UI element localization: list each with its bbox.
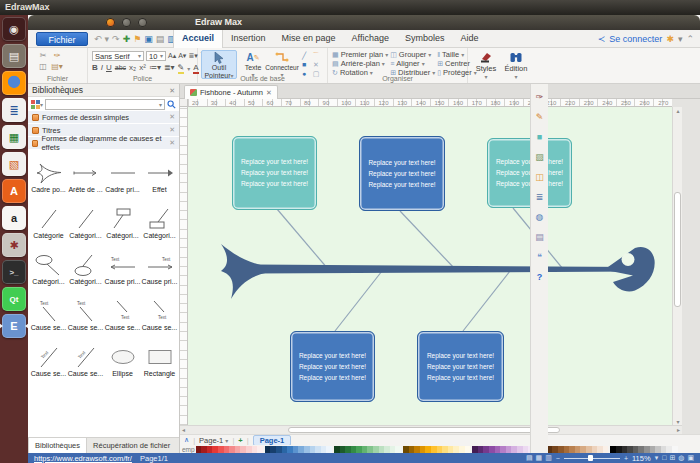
library-item[interactable]: Formes de dessin simples✕ [28,111,179,124]
underline-button[interactable]: U [106,63,112,73]
line-spacing-button[interactable]: ≔▾ [149,63,161,73]
maximize-button[interactable] [138,18,147,27]
shape-rect-diag[interactable]: Catégori... [104,196,141,242]
color-swatch[interactable] [465,446,471,453]
layers-panel-icon[interactable]: ◫ [535,172,544,183]
library-picker-icon[interactable]: ▾ [31,100,43,109]
add-page-button[interactable]: + [238,436,242,445]
aligner-button[interactable]: ≡Aligner▾ [390,59,435,68]
highlight-button-caret-icon[interactable]: ▾ [187,65,190,72]
shape-text-line-right[interactable]: TextCause pri... [141,242,178,288]
ubuntu-dash-icon[interactable]: ◉ [2,17,26,41]
library-search-input[interactable]: ▾ [45,99,165,110]
page-view-icon[interactable]: ▦ [536,454,543,462]
fishbone-text-box[interactable]: Replace your text here!Replace your text… [232,136,317,210]
undo-caret-icon[interactable]: ▾ [105,32,110,46]
paste-icon[interactable]: ▤▾ [50,62,64,73]
fill-panel-icon[interactable]: ■ [537,132,542,143]
zoom-caret-icon[interactable]: ▾ [655,454,659,462]
tab-aide[interactable]: Aide [452,30,486,48]
file-menu-button[interactable]: Fichier [36,32,88,46]
fishbone-text-box[interactable]: Replace your text here!Replace your text… [359,136,445,211]
print-icon[interactable]: ▤ [156,32,165,46]
centrer-button[interactable]: ⊞Centrer [437,59,477,68]
styles-panel-icon[interactable]: ✑ [536,92,544,103]
shape-diag[interactable]: Catégorie [30,196,67,242]
font-size-select[interactable]: 10▾ [146,51,166,61]
fit-page-icon[interactable]: □ [662,454,666,462]
scroll-down-icon[interactable]: ▾ [673,418,683,425]
shape-line[interactable]: Cadre pri... [104,150,141,196]
status-url-link[interactable]: https://www.edrawsoft.com/fr/ [34,454,132,463]
sidebar-close-icon[interactable]: ✕ [169,84,175,96]
share-icon[interactable]: ≺ [598,34,606,44]
minimize-button[interactable] [122,18,131,27]
shape-ellipse[interactable]: Ellipse [104,334,141,380]
page-nav-select[interactable]: Page-1 ▾ [199,436,228,445]
arc-tool-icon[interactable]: ⌒ [310,51,322,60]
new-document-icon[interactable]: ✚ [123,32,131,46]
shape-text-above-diag[interactable]: TextCause se... [67,288,104,334]
zoom-slider[interactable] [564,458,620,459]
shape-diag-ellipse[interactable]: Catégori... [67,242,104,288]
library-close-icon[interactable]: ✕ [169,126,175,134]
libreoffice-impress-icon[interactable]: ▧ [2,152,26,176]
arrière-plan-button[interactable]: ▤Arrière-plan▾ [332,59,388,68]
align-button[interactable]: ≣▾ [188,51,197,61]
note-panel-icon[interactable]: ▤ [535,232,544,243]
bullets-button[interactable]: ≣▾ [164,63,175,73]
shape-diag-rect[interactable]: Catégori... [141,196,178,242]
files-icon[interactable]: ▤ [2,44,26,68]
grow-font-button[interactable]: A▴ [168,51,176,61]
sidebar-tab-bibliothèques[interactable]: Bibliothèques [28,438,87,453]
shape-arrow-line[interactable]: Arête de ... [67,150,104,196]
fit-width-icon[interactable]: ⊞ [669,454,675,462]
comment-panel-icon[interactable]: ❝ [537,252,542,263]
system-settings-icon[interactable]: ✱ [2,233,26,257]
color-swatch[interactable] [603,446,609,453]
shape-diag-text-below[interactable]: TextCause se... [141,288,178,334]
library-item[interactable]: Formes de diagramme de causes et effets✕ [28,137,179,150]
gear-icon[interactable]: ✱ [666,32,674,46]
hyperlink-panel-icon[interactable]: ◍ [536,212,544,223]
tab-mise-en-page[interactable]: Mise en page [274,30,344,48]
tab-affichage[interactable]: Affichage [344,30,397,48]
shape-fishtail[interactable]: Cadre po... [30,150,67,196]
grouper-button[interactable]: ◫Grouper▾ [390,50,435,59]
taille-button[interactable]: ‖Taille▾ [437,50,477,59]
color-swatch[interactable] [395,446,401,453]
gear-caret-icon[interactable]: ▾ [678,32,683,46]
highlight-button[interactable]: ✎ [178,63,185,73]
drawing-page[interactable]: Replace your text here!Replace your text… [188,107,672,425]
zoom-in-button[interactable]: + [624,455,628,462]
cut-icon[interactable]: ✂ [36,51,50,62]
undo-icon[interactable]: ↶ [94,32,102,46]
subscript-button[interactable]: x₂ [129,63,136,73]
superscript-button[interactable]: x² [139,63,146,73]
horizontal-scroll-thumb[interactable] [288,427,560,433]
format-panel-icon[interactable]: ✎ [536,112,544,123]
amazon-icon[interactable]: a [2,206,26,230]
zoom-slider-knob[interactable] [588,455,593,461]
rect-tool-icon[interactable]: ■ [298,60,310,69]
firefox-icon[interactable] [2,71,26,95]
shape-diag[interactable]: Catégori... [67,196,104,242]
pin-ribbon-icon[interactable]: ⌃ [686,32,694,46]
libreoffice-calc-icon[interactable]: ▦ [2,125,26,149]
styles-button[interactable]: Styles▾ [472,50,500,81]
library-close-icon[interactable]: ✕ [169,139,175,147]
pages-panel-icon[interactable]: ≣ [536,192,544,203]
edition-button[interactable]: Édition▾ [502,50,530,81]
format-painter-icon[interactable]: ✑ [50,51,64,62]
erase-tool-icon[interactable]: ✕ [310,60,322,69]
page-tab[interactable]: Page-1 [253,435,292,446]
horizontal-scrollbar[interactable]: ◂ ▸ [180,425,682,434]
save-icon[interactable]: ▣ [144,32,153,46]
shape-diag-text-rot[interactable]: TextCause se... [30,334,67,380]
shape-diag-text-rot[interactable]: TextCause se... [67,334,104,380]
vertical-scrollbar[interactable]: ▴ ▾ [672,107,682,425]
color-swatch[interactable] [257,446,263,453]
zoom-out-button[interactable]: − [556,455,560,462]
zoom-area-icon[interactable]: ◍ [678,454,684,462]
document-tab-close-icon[interactable]: ✕ [266,89,272,97]
